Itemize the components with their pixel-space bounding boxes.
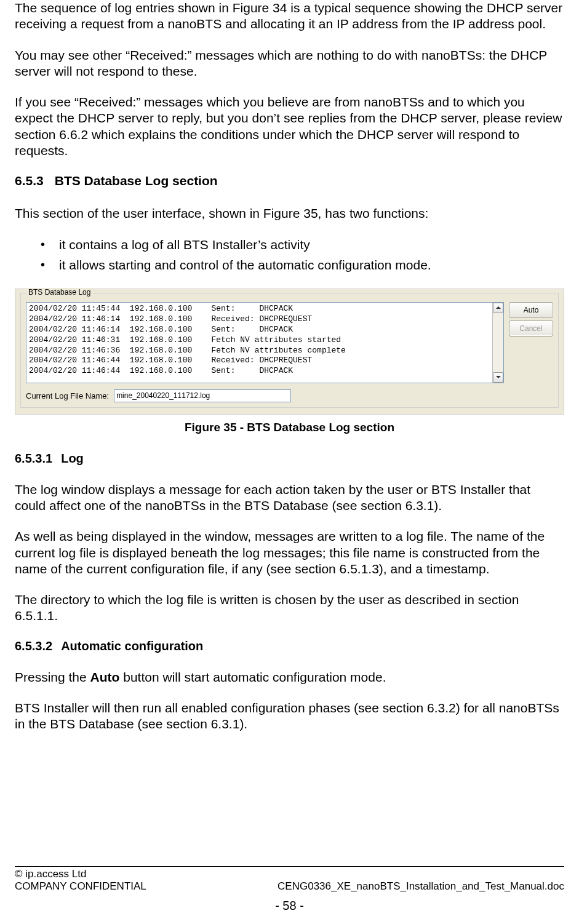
- paragraph: The sequence of log entries shown in Fig…: [15, 0, 564, 33]
- paragraph: BTS Installer will then run all enabled …: [15, 700, 564, 733]
- groupbox-bts-database-log: BTS Database Log 2004/02/20 11:45:44 192…: [20, 293, 559, 408]
- footer-rule: [15, 866, 564, 867]
- log-text-content: 2004/02/20 11:45:44 192.168.0.100 Sent: …: [26, 303, 492, 383]
- groupbox-label: BTS Database Log: [26, 288, 93, 297]
- heading-automatic-configuration: 6.5.3.2Automatic configuration: [15, 639, 564, 653]
- logfile-label: Current Log File Name:: [26, 391, 109, 400]
- text-bold-auto: Auto: [90, 670, 120, 684]
- list-item: it contains a log of all BTS Installer’s…: [41, 236, 564, 253]
- bullet-list: it contains a log of all BTS Installer’s…: [15, 236, 564, 274]
- auto-button[interactable]: Auto: [509, 302, 553, 318]
- scrollbar-track[interactable]: [493, 313, 503, 372]
- heading-title: BTS Database Log section: [55, 173, 218, 188]
- text-run: button will start automatic configuratio…: [119, 670, 386, 684]
- heading-number: 6.5.3.1: [15, 452, 52, 466]
- paragraph: The log window displays a message for ea…: [15, 482, 564, 514]
- heading-number: 6.5.3.2: [15, 639, 52, 653]
- paragraph: This section of the user interface, show…: [15, 205, 564, 221]
- heading-log: 6.5.3.1Log: [15, 452, 564, 466]
- logfile-name-field[interactable]: mine_20040220_111712.log: [114, 389, 291, 402]
- paragraph: As well as being displayed in the window…: [15, 528, 564, 577]
- paragraph: You may see other “Received:” messages w…: [15, 47, 564, 80]
- paragraph: The directory to which the log file is w…: [15, 592, 564, 624]
- footer-page-number: - 58 -: [15, 899, 564, 913]
- figure-screenshot: BTS Database Log 2004/02/20 11:45:44 192…: [15, 289, 564, 415]
- figure-caption: Figure 35 - BTS Database Log section: [15, 421, 564, 434]
- cancel-button: Cancel: [509, 321, 553, 337]
- list-item: it allows starting and control of the au…: [41, 257, 564, 274]
- chevron-down-icon: [496, 376, 501, 378]
- page-footer: © ip.access Ltd COMPANY CONFIDENTIAL CEN…: [15, 866, 564, 913]
- heading-number: 6.5.3: [15, 173, 44, 188]
- paragraph: Pressing the Auto button will start auto…: [15, 669, 564, 685]
- heading-title: Automatic configuration: [61, 639, 203, 653]
- footer-right: CENG0336_XE_nanoBTS_Installation_and_Tes…: [278, 880, 564, 893]
- paragraph: If you see “Received:” messages which yo…: [15, 94, 564, 159]
- footer-copyright: © ip.access Ltd: [15, 868, 564, 880]
- chevron-up-icon: [496, 306, 501, 309]
- footer-left: COMPANY CONFIDENTIAL: [15, 880, 146, 893]
- scroll-up-button[interactable]: [493, 303, 503, 313]
- scrollbar-vertical[interactable]: [492, 303, 503, 383]
- text-run: Pressing the: [15, 670, 90, 684]
- log-textarea[interactable]: 2004/02/20 11:45:44 192.168.0.100 Sent: …: [26, 302, 504, 383]
- scroll-down-button[interactable]: [493, 372, 503, 383]
- heading-bts-database-log-section: 6.5.3BTS Database Log section: [15, 173, 564, 188]
- heading-title: Log: [61, 452, 84, 465]
